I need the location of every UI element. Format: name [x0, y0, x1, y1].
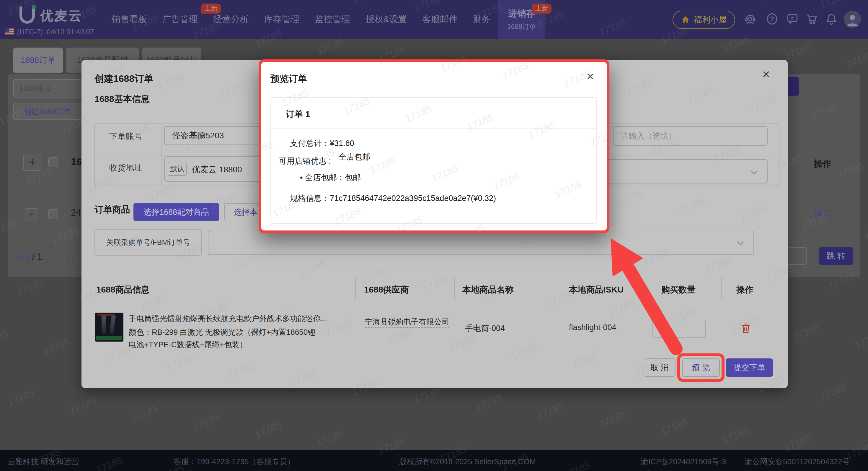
thumbnail-detail — [101, 316, 106, 334]
us-flag-icon — [5, 28, 14, 35]
footer-copyright: 版权所有©2018-2025 SellerSpace.COM — [399, 457, 536, 467]
spec-info: 规格信息：71c7185464742e022a395c15ade0a2e7(¥0… — [290, 193, 496, 204]
related-po-select[interactable] — [208, 231, 754, 255]
menu-item-finance[interactable]: 财务 — [465, 0, 498, 39]
quantity-input[interactable] — [652, 320, 706, 338]
col-header-product: 1688商品信息 — [96, 284, 150, 296]
search-button-fragment[interactable] — [788, 77, 799, 96]
menu-item-sales-dashboard[interactable]: 销售看板 — [104, 0, 155, 39]
order-title: 订单 1 — [286, 109, 310, 120]
actions-column-header: 操作 — [814, 158, 831, 170]
thumbnail-detail — [96, 336, 122, 340]
svg-text:?: ? — [770, 15, 774, 23]
local-product-name: 手电筒-004 — [465, 323, 505, 333]
menu-item-inventory[interactable]: 库存管理 — [256, 0, 307, 39]
welfare-label: 福利小屋 — [694, 14, 727, 25]
footer-icp[interactable]: 渝ICP备2024021909号-3 — [641, 457, 726, 467]
product-spec: 颜色：RB-299 白激光 无极调光款（裸灯+内置18650锂电池+TYPE-C… — [129, 326, 321, 351]
col-header-local-sku: 本地商品ISKU — [569, 284, 624, 296]
preview-modal-title: 预览订单 — [271, 73, 307, 85]
page-footer: 云雅科技 研发和运营 客服：199-4223-1735（客服专员） 版权所有©2… — [0, 450, 868, 471]
col-header-actions: 操作 — [736, 284, 753, 296]
help-icon[interactable]: ? — [766, 12, 779, 25]
column-divider — [721, 277, 721, 300]
local-product-sku: flashlight-004 — [569, 323, 616, 332]
cancel-button[interactable]: 取 消 — [644, 358, 676, 377]
screen: 优麦云 (UTC-7): 04/10 01:40:07 销售看板 广告管理 经营… — [0, 0, 868, 471]
order-number-fragment: 24 — [71, 207, 81, 218]
jump-button[interactable]: 跳 转 — [819, 247, 853, 265]
logo-icon — [20, 6, 35, 24]
default-tag: 默认 — [168, 161, 187, 176]
new-badge: 上新 — [532, 4, 552, 13]
preview-button[interactable]: 预 览 — [682, 358, 720, 377]
support-icon[interactable] — [744, 12, 757, 25]
delete-trash-icon[interactable] — [740, 321, 752, 335]
pagination: 1-1 / 1 — [16, 252, 42, 262]
section-basic-info: 1688基本信息 — [94, 93, 150, 105]
row-checkbox[interactable] — [48, 209, 58, 219]
close-icon[interactable]: × — [762, 68, 770, 81]
column-divider — [355, 277, 356, 300]
main-menu: 销售看板 广告管理 经营分析 库存管理 监控管理 授权&设置 客服邮件 财务 进… — [104, 0, 545, 39]
select-matched-products-button[interactable]: 选择1688配对商品 — [133, 203, 219, 221]
table-header-fragment: 16 — [71, 156, 82, 168]
welfare-house-button[interactable]: 福利小屋 — [673, 11, 735, 29]
detail-link[interactable]: 详情 — [814, 208, 831, 220]
menu-item-mail[interactable]: 客服邮件 — [414, 0, 465, 39]
related-po-label: 关联采购单号/FBM订单号 — [94, 229, 202, 256]
address-label: 收货地址 — [109, 162, 142, 173]
expand-row-button[interactable]: + — [25, 208, 37, 220]
menu-active-label: 进销存 — [508, 8, 535, 20]
account-value: 怪盗基德5203 — [173, 130, 224, 141]
close-icon[interactable]: × — [587, 70, 594, 83]
chevron-down-icon — [751, 168, 757, 175]
select-all-checkbox[interactable] — [48, 157, 58, 167]
optional-input[interactable] — [613, 126, 768, 146]
column-divider — [637, 277, 638, 300]
column-divider — [558, 277, 558, 300]
account-search-input[interactable] — [13, 79, 82, 97]
person-icon — [844, 11, 861, 28]
pagination-total: 1 — [37, 252, 42, 262]
new-badge: 上新 — [202, 4, 221, 13]
page-jump-input[interactable] — [786, 247, 807, 265]
col-header-supplier: 1688供应商 — [364, 284, 409, 296]
address-value: 优麦云 18800 — [192, 164, 242, 175]
logo-dot-icon — [32, 5, 36, 9]
menu-item-ads[interactable]: 广告管理 — [155, 0, 206, 39]
product-title-link[interactable]: 手电筒强光镭射炮爆亮长续航充电款户外战术多功能迷你... — [129, 314, 333, 324]
menu-item-monitoring[interactable]: 监控管理 — [307, 0, 358, 39]
menu-active-sublabel: 1688订单 — [507, 22, 536, 31]
thumbnail-detail — [109, 315, 116, 334]
submit-order-button[interactable]: 提交下单 — [726, 358, 773, 377]
promo-label: 可用店铺优惠 : — [279, 156, 331, 166]
bell-icon[interactable] — [825, 12, 838, 25]
order-summary-card: 订单 1 支付总计：¥31.60 可用店铺优惠 : 全店包邮 • 全店包邮：包邮… — [271, 97, 597, 224]
payment-total: 支付总计：¥31.60 — [290, 138, 354, 149]
cart-icon[interactable] — [806, 12, 819, 25]
expand-all-button[interactable]: + — [23, 154, 41, 171]
pagination-sep: / — [32, 252, 35, 262]
footer-service: 客服：199-4223-1735（客服专员） — [174, 457, 294, 467]
supplier-link[interactable]: 宁海县锐豹电子有限公司 — [365, 315, 451, 329]
menu-item-auth-settings[interactable]: 授权&设置 — [358, 0, 414, 39]
logo-text: 优麦云 — [40, 7, 83, 25]
prev-page-button[interactable]: 上一页 — [48, 253, 74, 265]
page-suffix-label: 页 — [810, 251, 818, 262]
message-icon[interactable] — [786, 12, 799, 25]
promo-bullet-item: • 全店包邮：包邮 — [300, 172, 361, 183]
preview-order-modal: 预览订单 × 订单 1 支付总计：¥31.60 可用店铺优惠 : 全店包邮 • … — [259, 59, 609, 233]
modal-title: 创建1688订单 — [94, 72, 153, 85]
product-thumbnail — [95, 313, 123, 342]
create-1688-order-button[interactable]: 创建1688订单 — [13, 103, 82, 120]
col-header-quantity: 购买数量 — [661, 284, 695, 296]
house-icon — [681, 15, 690, 25]
footer-police[interactable]: 渝公网安备50011202504322号 — [745, 457, 850, 467]
footer-company: 云雅科技 研发和运营 — [8, 457, 79, 467]
chevron-down-icon — [737, 239, 744, 245]
modal-divider — [94, 354, 779, 354]
pagination-range: 1-1 — [16, 252, 30, 262]
tab-1688-orders[interactable]: 1688订单 — [13, 48, 63, 73]
user-avatar[interactable] — [844, 11, 861, 28]
